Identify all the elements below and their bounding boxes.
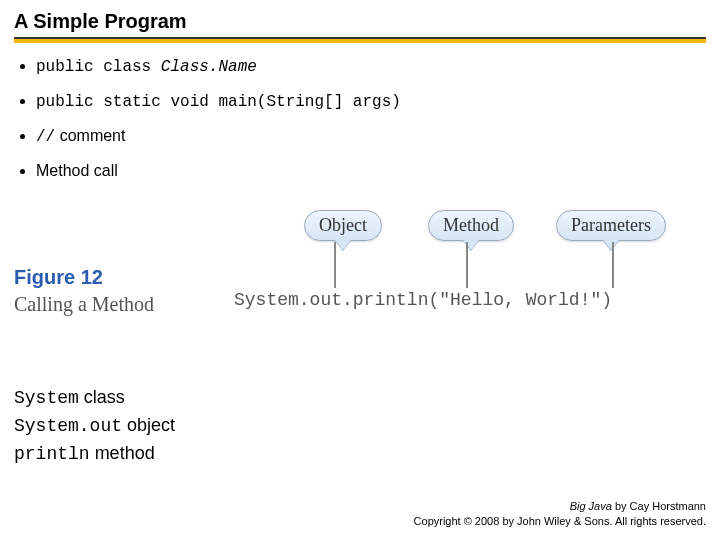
- plain-text: Method call: [36, 162, 118, 179]
- plain-text: method: [90, 443, 155, 463]
- code-text: System.out: [14, 416, 122, 436]
- connector-line-icon: [612, 242, 614, 288]
- callout-method: Method: [428, 210, 514, 241]
- figure-caption: Calling a Method: [14, 293, 214, 316]
- connector-line-icon: [466, 242, 468, 288]
- bullet-item-method-call: Method call: [36, 162, 706, 180]
- code-text: //: [36, 128, 55, 146]
- code-text: public static void main(String[] args): [36, 93, 401, 111]
- bullet-item-main: public static void main(String[] args): [36, 92, 706, 111]
- callout-object: Object: [304, 210, 382, 241]
- footer-book-title: Big Java: [570, 500, 612, 512]
- bullet-list: public class Class.Name public static vo…: [14, 57, 706, 180]
- footer-copyright: Copyright © 2008 by John Wiley & Sons. A…: [414, 514, 706, 528]
- callout-label: Method: [443, 215, 499, 235]
- footer-line-1: Big Java by Cay Horstmann: [414, 499, 706, 513]
- figure-number: Figure 12: [14, 266, 214, 289]
- code-text: println: [14, 444, 90, 464]
- figure-label: Figure 12 Calling a Method: [14, 266, 214, 316]
- plain-text: comment: [55, 127, 125, 144]
- summary-line-system: System class: [14, 384, 706, 412]
- slide-title: A Simple Program: [14, 10, 706, 39]
- code-classname: Class.Name: [161, 58, 257, 76]
- bullet-item-class: public class Class.Name: [36, 57, 706, 76]
- plain-text: object: [122, 415, 175, 435]
- footer: Big Java by Cay Horstmann Copyright © 20…: [414, 499, 706, 528]
- summary-block: System class System.out object println m…: [14, 384, 706, 468]
- plain-text: class: [79, 387, 125, 407]
- callout-parameters: Parameters: [556, 210, 666, 241]
- footer-author: by Cay Horstmann: [612, 500, 706, 512]
- callout-label: Object: [319, 215, 367, 235]
- figure-diagram: Figure 12 Calling a Method Object Method…: [14, 196, 706, 366]
- accent-bar: [14, 39, 706, 43]
- callout-label: Parameters: [571, 215, 651, 235]
- bullet-item-comment: // comment: [36, 127, 706, 146]
- connector-line-icon: [334, 242, 336, 288]
- callout-tail-icon: [335, 240, 351, 250]
- callout-tail-icon: [603, 240, 619, 250]
- figure-code-line: System.out.println("Hello, World!"): [234, 290, 612, 310]
- summary-line-systemout: System.out object: [14, 412, 706, 440]
- code-text: System: [14, 388, 79, 408]
- summary-line-println: println method: [14, 440, 706, 468]
- code-text: public class: [36, 58, 161, 76]
